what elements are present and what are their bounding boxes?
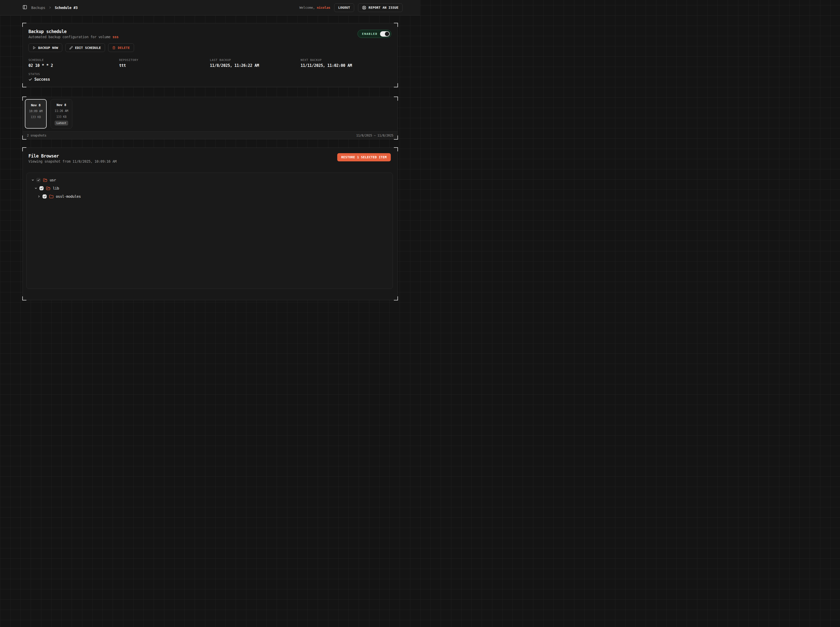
field-next-backup: NEXT BACKUP 11/11/2025, 11:02:00 AM (301, 58, 391, 68)
folder-open-icon (43, 178, 47, 182)
status-block: STATUS Success (28, 72, 391, 82)
snapshot-time: 10:09 AM (29, 109, 43, 113)
chevron-right-icon[interactable] (38, 195, 41, 198)
checkbox-checked[interactable] (43, 194, 47, 198)
snapshot-time: 11:26 AM (55, 109, 68, 113)
corner-bracket (394, 83, 398, 87)
edit-schedule-button[interactable]: EDIT SCHEDULE (65, 43, 105, 52)
play-icon (33, 46, 36, 49)
status-label: STATUS (28, 72, 391, 76)
pencil-icon (69, 46, 73, 49)
enabled-label: ENABLED (362, 32, 377, 36)
backup-now-button[interactable]: BACKUP NOW (28, 43, 62, 52)
tree-item-lib[interactable]: lib (27, 184, 393, 192)
snapshot-card-latest[interactable]: Nov 8 11:26 AM 133 KB Latest (51, 99, 72, 129)
file-tree-panel: usr lib (27, 173, 393, 289)
corner-bracket (22, 83, 27, 87)
backup-schedule-card: Backup schedule Automated backup configu… (22, 23, 398, 87)
corner-bracket (22, 23, 27, 27)
card-title: Backup schedule (28, 29, 391, 34)
breadcrumb: Backups Schedule #3 (31, 6, 77, 10)
lifebuoy-icon (362, 6, 366, 10)
field-value: 02 10 * * 2 (28, 63, 119, 68)
snapshots-section: Nov 8 10:09 AM 133 KB Nov 8 11:26 AM 133… (22, 97, 398, 139)
file-browser-card: File Browser Viewing snapshot from 11/8/… (22, 148, 398, 300)
enabled-toggle[interactable]: ENABLED (357, 30, 391, 38)
field-value: 11/8/2025, 11:26:22 AM (210, 63, 301, 68)
chevron-down-icon[interactable] (31, 178, 34, 181)
breadcrumb-parent[interactable]: Backups (31, 6, 45, 10)
corner-bracket (394, 296, 398, 301)
corner-bracket (22, 135, 27, 140)
corner-bracket (22, 296, 27, 301)
snapshot-count: 2 snapshots (27, 134, 46, 137)
tree-item-ossl-modules[interactable]: ossl-modules (27, 192, 393, 200)
username: nicolas (317, 6, 330, 9)
status-value: Success (34, 77, 50, 82)
chevron-down-icon[interactable] (34, 187, 38, 190)
latest-badge: Latest (55, 121, 68, 126)
volume-name: sss (112, 35, 118, 39)
snapshot-size: 133 KB (31, 115, 41, 119)
panel-left-icon (22, 5, 27, 10)
toggle-switch[interactable] (380, 31, 390, 37)
field-value: 11/11/2025, 11:02:00 AM (301, 63, 391, 68)
sidebar-toggle-button[interactable] (22, 5, 27, 10)
snapshot-date-range: 11/8/2025 – 11/8/2025 (356, 134, 393, 137)
checkbox-checked[interactable] (36, 178, 41, 182)
snapshot-date: Nov 8 (57, 103, 66, 107)
field-label: LAST BACKUP (210, 58, 301, 62)
welcome-text: Welcome, nicolas (300, 6, 330, 9)
chevron-right-icon (49, 6, 52, 9)
field-label: REPOSITORY (119, 58, 210, 62)
corner-bracket (394, 147, 398, 151)
field-label: SCHEDULE (28, 58, 119, 62)
field-schedule: SCHEDULE 02 10 * * 2 (28, 58, 119, 68)
field-label: NEXT BACKUP (301, 58, 391, 62)
snapshot-card-selected[interactable]: Nov 8 10:09 AM 133 KB (25, 99, 47, 129)
field-value: ttt (119, 63, 210, 68)
snapshots-footer: 2 snapshots 11/8/2025 – 11/8/2025 (23, 131, 398, 139)
corner-bracket (394, 135, 398, 140)
schedule-fields: SCHEDULE 02 10 * * 2 REPOSITORY ttt LAST… (28, 58, 391, 68)
snapshot-size: 133 KB (56, 115, 66, 118)
breadcrumb-current: Schedule #3 (55, 6, 77, 10)
logout-button[interactable]: LOGOUT (334, 3, 354, 12)
folder-icon (49, 194, 54, 199)
corner-bracket (394, 23, 398, 27)
delete-button[interactable]: DELETE (108, 43, 134, 52)
toggle-knob (385, 32, 389, 36)
tree-item-label: usr (50, 178, 56, 182)
tree-item-label: ossl-modules (56, 194, 81, 198)
corner-bracket (22, 147, 27, 151)
tree-item-usr[interactable]: usr (27, 176, 393, 184)
corner-bracket (22, 96, 27, 101)
report-issue-button[interactable]: REPORT AN ISSUE (358, 3, 403, 12)
corner-bracket (394, 96, 398, 101)
tree-item-label: lib (53, 186, 59, 190)
folder-open-icon (46, 186, 51, 191)
card-subtitle: Automated backup configuration for volum… (28, 35, 391, 39)
field-last-backup: LAST BACKUP 11/8/2025, 11:26:22 AM (210, 58, 301, 68)
top-navbar: Backups Schedule #3 Welcome, nicolas LOG… (0, 0, 420, 15)
field-repository: REPOSITORY ttt (119, 58, 210, 68)
snapshot-date: Nov 8 (31, 103, 41, 107)
restore-selected-button[interactable]: RESTORE 1 SELECTED ITEM (337, 153, 391, 161)
trash-icon (112, 46, 115, 49)
check-icon (28, 77, 32, 82)
checkbox-checked[interactable] (39, 186, 44, 190)
